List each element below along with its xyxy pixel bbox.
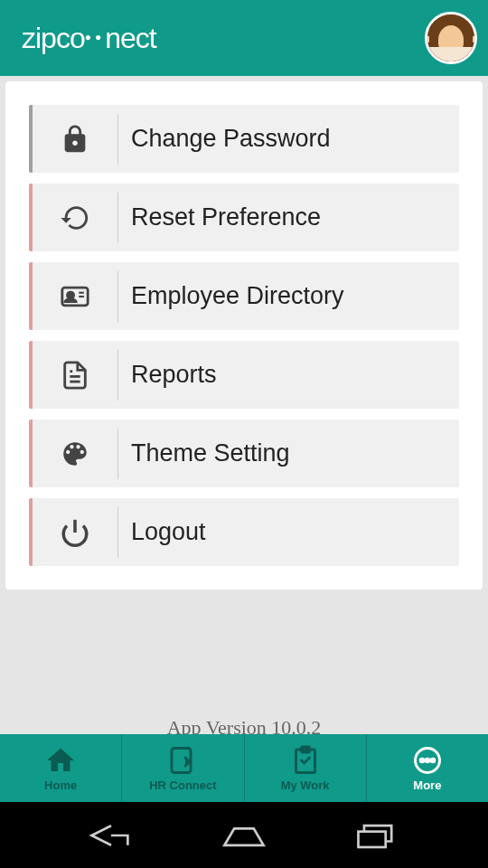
menu-label: Change Password [118, 125, 331, 153]
directory-icon [33, 271, 118, 322]
menu-item-logout[interactable]: Logout [29, 498, 459, 566]
app-header: zipco●●nect [0, 0, 488, 76]
home-icon [44, 744, 77, 777]
menu-item-reports[interactable]: Reports [29, 341, 459, 409]
menu-item-reset-preference[interactable]: Reset Preference [29, 184, 459, 251]
nav-label: Home [44, 778, 77, 792]
svg-rect-10 [301, 747, 309, 752]
svg-rect-15 [358, 831, 385, 846]
svg-point-12 [420, 759, 424, 762]
hr-connect-icon [166, 744, 199, 777]
nav-item-my-work[interactable]: My Work [245, 734, 367, 802]
menu-item-theme-setting[interactable]: Theme Setting [29, 420, 459, 487]
my-work-icon [289, 744, 322, 777]
svg-point-14 [431, 759, 435, 762]
menu-item-change-password[interactable]: Change Password [29, 105, 459, 173]
power-icon [33, 507, 118, 558]
svg-point-13 [426, 759, 429, 762]
back-button[interactable] [87, 817, 136, 854]
android-system-nav [0, 802, 488, 868]
bottom-nav: Home HR Connect My Work More [0, 734, 488, 802]
settings-card: Change Password Reset Preference Employe… [5, 81, 483, 590]
menu-item-employee-directory[interactable]: Employee Directory [29, 262, 459, 330]
theme-icon [33, 429, 118, 479]
lock-icon [33, 114, 118, 165]
recents-button[interactable] [352, 817, 401, 854]
user-avatar[interactable] [425, 12, 477, 64]
svg-point-1 [68, 292, 74, 298]
nav-item-more[interactable]: More [367, 734, 488, 802]
reset-icon [33, 193, 118, 243]
menu-label: Theme Setting [118, 439, 290, 467]
home-button[interactable] [220, 817, 268, 854]
menu-label: Reset Preference [118, 203, 321, 231]
nav-label: HR Connect [149, 778, 216, 792]
reports-icon [33, 350, 118, 401]
menu-label: Reports [118, 361, 217, 389]
app-logo: zipco●●nect [22, 22, 156, 55]
more-icon [411, 744, 444, 777]
nav-label: More [413, 778, 441, 792]
nav-label: My Work [281, 778, 330, 792]
menu-label: Logout [118, 518, 206, 546]
nav-item-home[interactable]: Home [0, 734, 122, 802]
nav-item-hr-connect[interactable]: HR Connect [122, 734, 244, 802]
menu-label: Employee Directory [118, 282, 344, 310]
